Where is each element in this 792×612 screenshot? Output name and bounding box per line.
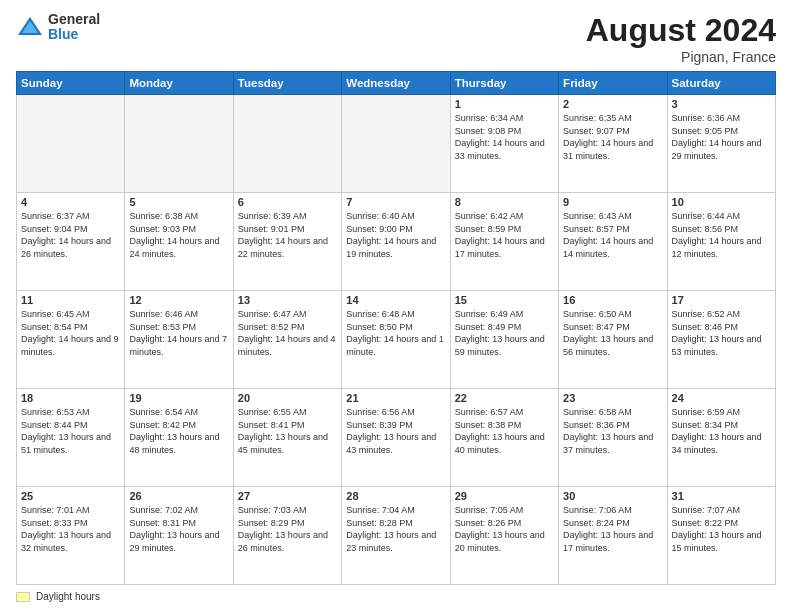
calendar-header-row: Sunday Monday Tuesday Wednesday Thursday… [17, 72, 776, 95]
table-cell [125, 95, 233, 193]
day-info: Sunrise: 7:06 AM Sunset: 8:24 PM Dayligh… [563, 504, 662, 554]
table-cell: 2Sunrise: 6:35 AM Sunset: 9:07 PM Daylig… [559, 95, 667, 193]
logo-blue-text: Blue [48, 27, 100, 42]
location: Pignan, France [586, 49, 776, 65]
week-row-4: 18Sunrise: 6:53 AM Sunset: 8:44 PM Dayli… [17, 389, 776, 487]
table-cell: 6Sunrise: 6:39 AM Sunset: 9:01 PM Daylig… [233, 193, 341, 291]
day-info: Sunrise: 6:34 AM Sunset: 9:08 PM Dayligh… [455, 112, 554, 162]
legend-color-box [16, 592, 30, 602]
table-cell: 27Sunrise: 7:03 AM Sunset: 8:29 PM Dayli… [233, 487, 341, 585]
table-cell: 18Sunrise: 6:53 AM Sunset: 8:44 PM Dayli… [17, 389, 125, 487]
logo: General Blue [16, 12, 100, 43]
day-number: 9 [563, 196, 662, 208]
day-number: 24 [672, 392, 771, 404]
table-cell: 30Sunrise: 7:06 AM Sunset: 8:24 PM Dayli… [559, 487, 667, 585]
table-cell: 24Sunrise: 6:59 AM Sunset: 8:34 PM Dayli… [667, 389, 775, 487]
table-cell: 10Sunrise: 6:44 AM Sunset: 8:56 PM Dayli… [667, 193, 775, 291]
day-number: 31 [672, 490, 771, 502]
day-info: Sunrise: 7:02 AM Sunset: 8:31 PM Dayligh… [129, 504, 228, 554]
day-number: 19 [129, 392, 228, 404]
table-cell [342, 95, 450, 193]
day-info: Sunrise: 6:37 AM Sunset: 9:04 PM Dayligh… [21, 210, 120, 260]
day-number: 21 [346, 392, 445, 404]
day-number: 12 [129, 294, 228, 306]
table-cell: 29Sunrise: 7:05 AM Sunset: 8:26 PM Dayli… [450, 487, 558, 585]
day-info: Sunrise: 7:04 AM Sunset: 8:28 PM Dayligh… [346, 504, 445, 554]
table-cell: 31Sunrise: 7:07 AM Sunset: 8:22 PM Dayli… [667, 487, 775, 585]
month-year: August 2024 [586, 12, 776, 49]
day-number: 8 [455, 196, 554, 208]
day-number: 27 [238, 490, 337, 502]
table-cell: 12Sunrise: 6:46 AM Sunset: 8:53 PM Dayli… [125, 291, 233, 389]
day-number: 2 [563, 98, 662, 110]
col-sunday: Sunday [17, 72, 125, 95]
day-number: 13 [238, 294, 337, 306]
day-number: 22 [455, 392, 554, 404]
day-info: Sunrise: 6:35 AM Sunset: 9:07 PM Dayligh… [563, 112, 662, 162]
col-friday: Friday [559, 72, 667, 95]
day-info: Sunrise: 6:48 AM Sunset: 8:50 PM Dayligh… [346, 308, 445, 358]
day-info: Sunrise: 7:07 AM Sunset: 8:22 PM Dayligh… [672, 504, 771, 554]
day-info: Sunrise: 6:52 AM Sunset: 8:46 PM Dayligh… [672, 308, 771, 358]
day-number: 10 [672, 196, 771, 208]
day-number: 26 [129, 490, 228, 502]
table-cell: 17Sunrise: 6:52 AM Sunset: 8:46 PM Dayli… [667, 291, 775, 389]
day-info: Sunrise: 6:56 AM Sunset: 8:39 PM Dayligh… [346, 406, 445, 456]
week-row-1: 1Sunrise: 6:34 AM Sunset: 9:08 PM Daylig… [17, 95, 776, 193]
day-info: Sunrise: 6:42 AM Sunset: 8:59 PM Dayligh… [455, 210, 554, 260]
day-number: 3 [672, 98, 771, 110]
day-info: Sunrise: 6:49 AM Sunset: 8:49 PM Dayligh… [455, 308, 554, 358]
day-info: Sunrise: 6:54 AM Sunset: 8:42 PM Dayligh… [129, 406, 228, 456]
week-row-3: 11Sunrise: 6:45 AM Sunset: 8:54 PM Dayli… [17, 291, 776, 389]
table-cell: 3Sunrise: 6:36 AM Sunset: 9:05 PM Daylig… [667, 95, 775, 193]
logo-icon [16, 13, 44, 41]
page: General Blue August 2024 Pignan, France … [0, 0, 792, 612]
table-cell: 21Sunrise: 6:56 AM Sunset: 8:39 PM Dayli… [342, 389, 450, 487]
day-number: 18 [21, 392, 120, 404]
col-saturday: Saturday [667, 72, 775, 95]
day-info: Sunrise: 6:59 AM Sunset: 8:34 PM Dayligh… [672, 406, 771, 456]
title-block: August 2024 Pignan, France [586, 12, 776, 65]
day-number: 1 [455, 98, 554, 110]
day-number: 29 [455, 490, 554, 502]
table-cell: 19Sunrise: 6:54 AM Sunset: 8:42 PM Dayli… [125, 389, 233, 487]
table-cell: 14Sunrise: 6:48 AM Sunset: 8:50 PM Dayli… [342, 291, 450, 389]
logo-general: General [48, 12, 100, 27]
day-number: 5 [129, 196, 228, 208]
week-row-5: 25Sunrise: 7:01 AM Sunset: 8:33 PM Dayli… [17, 487, 776, 585]
day-number: 20 [238, 392, 337, 404]
col-thursday: Thursday [450, 72, 558, 95]
table-cell: 1Sunrise: 6:34 AM Sunset: 9:08 PM Daylig… [450, 95, 558, 193]
day-info: Sunrise: 6:45 AM Sunset: 8:54 PM Dayligh… [21, 308, 120, 358]
table-cell [233, 95, 341, 193]
day-number: 14 [346, 294, 445, 306]
table-cell: 15Sunrise: 6:49 AM Sunset: 8:49 PM Dayli… [450, 291, 558, 389]
week-row-2: 4Sunrise: 6:37 AM Sunset: 9:04 PM Daylig… [17, 193, 776, 291]
table-cell: 8Sunrise: 6:42 AM Sunset: 8:59 PM Daylig… [450, 193, 558, 291]
table-cell: 16Sunrise: 6:50 AM Sunset: 8:47 PM Dayli… [559, 291, 667, 389]
day-info: Sunrise: 6:40 AM Sunset: 9:00 PM Dayligh… [346, 210, 445, 260]
day-info: Sunrise: 6:36 AM Sunset: 9:05 PM Dayligh… [672, 112, 771, 162]
day-number: 17 [672, 294, 771, 306]
day-number: 7 [346, 196, 445, 208]
calendar-table: Sunday Monday Tuesday Wednesday Thursday… [16, 71, 776, 585]
day-info: Sunrise: 6:55 AM Sunset: 8:41 PM Dayligh… [238, 406, 337, 456]
table-cell: 25Sunrise: 7:01 AM Sunset: 8:33 PM Dayli… [17, 487, 125, 585]
day-number: 4 [21, 196, 120, 208]
day-info: Sunrise: 6:50 AM Sunset: 8:47 PM Dayligh… [563, 308, 662, 358]
day-number: 25 [21, 490, 120, 502]
day-info: Sunrise: 6:57 AM Sunset: 8:38 PM Dayligh… [455, 406, 554, 456]
day-number: 16 [563, 294, 662, 306]
day-number: 28 [346, 490, 445, 502]
table-cell: 23Sunrise: 6:58 AM Sunset: 8:36 PM Dayli… [559, 389, 667, 487]
day-info: Sunrise: 7:03 AM Sunset: 8:29 PM Dayligh… [238, 504, 337, 554]
header: General Blue August 2024 Pignan, France [16, 12, 776, 65]
table-cell: 9Sunrise: 6:43 AM Sunset: 8:57 PM Daylig… [559, 193, 667, 291]
table-cell: 22Sunrise: 6:57 AM Sunset: 8:38 PM Dayli… [450, 389, 558, 487]
day-info: Sunrise: 6:53 AM Sunset: 8:44 PM Dayligh… [21, 406, 120, 456]
day-number: 6 [238, 196, 337, 208]
day-number: 30 [563, 490, 662, 502]
table-cell [17, 95, 125, 193]
day-number: 23 [563, 392, 662, 404]
day-number: 11 [21, 294, 120, 306]
